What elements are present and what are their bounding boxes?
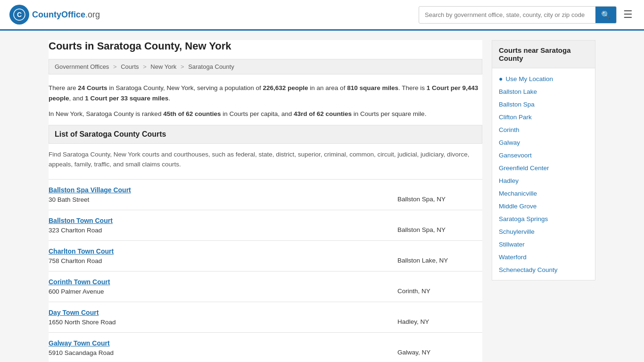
page-title: Courts in Saratoga County, New York	[49, 40, 482, 52]
sidebar-location-item[interactable]: Saratoga Springs	[492, 213, 595, 225]
per-sq-mile: 1 Court per 33 square miles	[85, 95, 168, 102]
sidebar-location-link[interactable]: Mechanicville	[499, 190, 537, 197]
rank-capita: 45th of 62 counties	[163, 110, 221, 117]
breadcrumb-courts[interactable]: Courts	[121, 63, 139, 70]
court-item: Ballston Town Court 323 Charlton Road Ba…	[49, 210, 482, 240]
population: 226,632 people	[263, 84, 308, 91]
sidebar: Courts near Saratoga County ● Use My Loc…	[492, 40, 595, 362]
sidebar-location-link[interactable]: Galway	[499, 139, 520, 146]
court-address: 30 Bath Street	[49, 196, 89, 203]
court-item: Ballston Spa Village Court 30 Bath Stree…	[49, 179, 482, 210]
court-name-link[interactable]: Ballston Spa Village Court	[49, 186, 131, 194]
court-item: Corinth Town Court 600 Palmer Avenue Cor…	[49, 271, 482, 302]
sidebar-box: Courts near Saratoga County ● Use My Loc…	[492, 40, 595, 280]
court-info: Galway Town Court 5910 Sacandaga Road	[49, 339, 397, 356]
logo-area: C CountyOffice.org	[9, 5, 100, 25]
header: C CountyOffice.org 🔍 ☰	[0, 0, 644, 31]
list-description: Find Saratoga County, New York courts an…	[49, 149, 482, 170]
breadcrumb: Government Offices > Courts > New York >…	[49, 59, 482, 74]
court-location: Corinth, NY	[397, 278, 482, 295]
court-info: Day Town Court 1650 North Shore Road	[49, 309, 397, 326]
sidebar-location-link[interactable]: Stillwater	[499, 241, 525, 248]
sidebar-location-link[interactable]: Schenectady County	[499, 266, 558, 273]
breadcrumb-ny[interactable]: New York	[150, 63, 176, 70]
sidebar-list: ● Use My Location Ballston LakeBallston …	[492, 68, 595, 280]
sidebar-links: Ballston LakeBallston SpaClifton ParkCor…	[492, 85, 595, 276]
court-location: Ballston Spa, NY	[397, 217, 482, 233]
search-button[interactable]: 🔍	[595, 7, 616, 23]
sidebar-location-link[interactable]: Middle Grove	[499, 203, 537, 210]
sidebar-location-item[interactable]: Ballston Spa	[492, 98, 595, 111]
sidebar-location-item[interactable]: Gansevoort	[492, 149, 595, 162]
sidebar-location-link[interactable]: Schuylerville	[499, 228, 535, 235]
court-location: Galway, NY	[397, 339, 482, 356]
sidebar-use-location[interactable]: ● Use My Location	[492, 72, 595, 85]
use-my-location-link[interactable]: Use My Location	[505, 75, 553, 82]
court-location: Ballston Lake, NY	[397, 247, 482, 264]
rank-sqmile: 43rd of 62 counties	[294, 110, 352, 117]
logo-text: CountyOffice.org	[32, 10, 100, 20]
court-name-link[interactable]: Charlton Town Court	[49, 247, 114, 255]
info-paragraph-2: In New York, Saratoga County is ranked 4…	[49, 109, 482, 119]
content-area: Courts in Saratoga County, New York Gove…	[49, 40, 482, 362]
sidebar-location-item[interactable]: Corinth	[492, 123, 595, 136]
sidebar-location-link[interactable]: Greenfield Center	[499, 165, 549, 172]
court-info: Ballston Town Court 323 Charlton Road	[49, 217, 397, 234]
court-address: 1650 North Shore Road	[49, 319, 116, 326]
court-item: Day Town Court 1650 North Shore Road Had…	[49, 302, 482, 332]
courts-list: Ballston Spa Village Court 30 Bath Stree…	[49, 179, 482, 362]
logo-icon: C	[9, 5, 29, 25]
hamburger-menu-icon[interactable]: ☰	[621, 7, 635, 23]
header-right: 🔍 ☰	[419, 6, 635, 24]
court-address: 323 Charlton Road	[49, 227, 102, 234]
sidebar-location-item[interactable]: Waterford	[492, 251, 595, 263]
sidebar-location-item[interactable]: Greenfield Center	[492, 162, 595, 174]
sidebar-location-item[interactable]: Schenectady County	[492, 263, 595, 276]
sidebar-location-link[interactable]: Waterford	[499, 254, 527, 261]
court-item: Galway Town Court 5910 Sacandaga Road Ga…	[49, 332, 482, 362]
court-location: Hadley, NY	[397, 309, 482, 325]
sidebar-location-link[interactable]: Ballston Lake	[499, 88, 537, 95]
court-info: Corinth Town Court 600 Palmer Avenue	[49, 278, 397, 295]
main-container: Courts in Saratoga County, New York Gove…	[39, 31, 605, 362]
court-name-link[interactable]: Galway Town Court	[49, 339, 110, 347]
court-address: 758 Charlton Road	[49, 257, 102, 264]
court-name-link[interactable]: Ballston Town Court	[49, 217, 113, 224]
breadcrumb-sep-1: >	[113, 63, 117, 70]
svg-text:C: C	[17, 11, 22, 18]
court-item: Charlton Town Court 758 Charlton Road Ba…	[49, 240, 482, 271]
sidebar-location-item[interactable]: Schuylerville	[492, 225, 595, 238]
area: 810 square miles	[347, 84, 398, 91]
court-address: 5910 Sacandaga Road	[49, 349, 114, 356]
sidebar-location-item[interactable]: Mechanicville	[492, 187, 595, 200]
breadcrumb-sep-2: >	[143, 63, 147, 70]
list-heading: List of Saratoga County Courts	[49, 125, 482, 144]
breadcrumb-sep-3: >	[181, 63, 184, 70]
sidebar-location-link[interactable]: Hadley	[499, 177, 519, 184]
location-pin-icon: ●	[499, 75, 503, 82]
court-info: Ballston Spa Village Court 30 Bath Stree…	[49, 186, 397, 203]
sidebar-location-link[interactable]: Gansevoort	[499, 152, 532, 159]
sidebar-location-item[interactable]: Hadley	[492, 174, 595, 187]
sidebar-location-item[interactable]: Galway	[492, 136, 595, 149]
sidebar-location-item[interactable]: Ballston Lake	[492, 85, 595, 98]
sidebar-location-link[interactable]: Clifton Park	[499, 114, 532, 121]
info-paragraph-1: There are 24 Courts in Saratoga County, …	[49, 83, 482, 103]
sidebar-location-link[interactable]: Corinth	[499, 126, 520, 133]
court-name-link[interactable]: Corinth Town Court	[49, 278, 110, 286]
search-box: 🔍	[419, 6, 617, 24]
court-name-link[interactable]: Day Town Court	[49, 309, 99, 316]
sidebar-location-item[interactable]: Clifton Park	[492, 111, 595, 123]
breadcrumb-gov-offices[interactable]: Government Offices	[55, 63, 109, 70]
search-input[interactable]	[419, 8, 595, 22]
sidebar-title: Courts near Saratoga County	[492, 41, 595, 68]
court-info: Charlton Town Court 758 Charlton Road	[49, 247, 397, 264]
court-count: 24 Courts	[78, 84, 107, 91]
sidebar-location-link[interactable]: Ballston Spa	[499, 101, 535, 108]
sidebar-location-item[interactable]: Stillwater	[492, 238, 595, 251]
breadcrumb-saratoga[interactable]: Saratoga County	[188, 63, 234, 70]
sidebar-location-item[interactable]: Middle Grove	[492, 200, 595, 213]
court-address: 600 Palmer Avenue	[49, 288, 104, 295]
court-location: Ballston Spa, NY	[397, 186, 482, 203]
sidebar-location-link[interactable]: Saratoga Springs	[499, 215, 548, 222]
